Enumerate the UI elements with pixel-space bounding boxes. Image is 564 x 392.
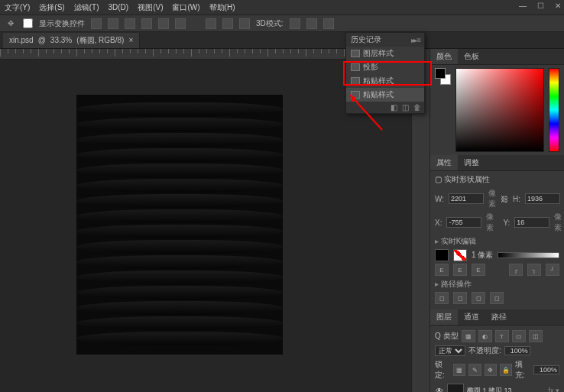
pathop-3[interactable]: ◻ [472, 292, 485, 304]
document-tab[interactable]: xin.psd @ 33.3% (椭圆, RGB/8) × [3, 33, 140, 48]
height-input[interactable] [525, 193, 560, 204]
hue-slider[interactable] [549, 68, 559, 152]
history-title: 历史记录 [351, 34, 381, 45]
x-input[interactable] [446, 217, 481, 228]
align-btn-2[interactable] [108, 18, 118, 29]
join-btn-1[interactable]: ┌ [509, 264, 523, 276]
tab-adjustments[interactable]: 调整 [458, 155, 485, 170]
options-bar: ✥ 显示变换控件 3D模式: [0, 15, 564, 32]
menu-bar: 文字(Y) 选择(S) 滤镜(T) 3D(D) 视图(V) 窗口(W) 帮助(H… [0, 0, 564, 15]
dist-btn-1[interactable] [206, 18, 216, 29]
fill-swatch[interactable] [435, 249, 449, 261]
color-field[interactable] [455, 68, 544, 152]
layers-panel: Q 类型 ▦ ◐ T ▭ ◫ 正常 不透明度: 锁定: ▦ ✎ ✥ 🔒 填充: [430, 326, 564, 392]
props-header: 实时形状属性 [444, 175, 490, 183]
tab-channels[interactable]: 通道 [458, 309, 485, 325]
panel-menu-icon[interactable]: ▸▸ ≡ [411, 36, 420, 44]
pathop-1[interactable]: ◻ [435, 292, 449, 304]
3d-btn-3[interactable] [323, 18, 334, 29]
right-dock: 颜色 色板 属性 调整 ▢ 实时形状属性 W: 像素 ⛓ H: 像素 [429, 49, 564, 392]
move-tool-icon: ✥ [5, 18, 17, 30]
properties-panel: ▢ 实时形状属性 W: 像素 ⛓ H: 像素 X: 像素 Y: 像素 实时K编辑… [430, 171, 564, 309]
pathop-4[interactable]: ◻ [490, 292, 504, 304]
transform-controls-label: 显示变换控件 [39, 18, 85, 29]
cap-btn-1[interactable]: E [435, 264, 449, 276]
history-panel: 历史记录 ▸▸ ≡ 图层样式 投影 粘贴样式 粘贴样式 ◧ ◫ 🗑 [345, 32, 425, 114]
maximize-icon[interactable]: ☐ [537, 2, 544, 10]
menu-select[interactable]: 选择(S) [39, 2, 64, 13]
join-btn-2[interactable]: ┐ [527, 264, 541, 276]
lock-all[interactable]: 🔒 [500, 364, 512, 376]
dist-btn-2[interactable] [222, 18, 233, 29]
filter-smart[interactable]: ◫ [529, 330, 543, 342]
dist-btn-3[interactable] [239, 18, 250, 29]
color-panel [430, 65, 564, 155]
align-btn-6[interactable] [175, 18, 186, 29]
layer-row[interactable]: 👁 椭圆 1 拷贝 13 fx ▾ [435, 382, 559, 392]
fg-bg-swatch[interactable] [435, 68, 451, 85]
align-btn-3[interactable] [125, 18, 135, 29]
new-doc-icon[interactable]: ◫ [402, 103, 409, 112]
menu-filter[interactable]: 滤镜(T) [74, 2, 99, 13]
history-item[interactable]: 投影 [346, 60, 424, 74]
align-btn-4[interactable] [141, 18, 152, 29]
menu-window[interactable]: 窗口(W) [172, 2, 199, 13]
fx-badge[interactable]: fx ▾ [548, 387, 559, 392]
filter-type[interactable]: T [495, 330, 509, 342]
lock-pos[interactable]: ✥ [485, 364, 497, 376]
document-tab-bar: xin.psd @ 33.3% (椭圆, RGB/8) × [0, 32, 564, 49]
tab-color[interactable]: 颜色 [430, 49, 458, 64]
document-layerinfo: (椭圆, RGB/8) [76, 35, 124, 46]
tab-swatches[interactable]: 色板 [458, 49, 485, 64]
filter-pixel[interactable]: ▦ [462, 330, 475, 342]
stroke-section[interactable]: 实时K编辑 [435, 236, 559, 247]
document-zoom: 33.3% [50, 36, 72, 44]
3d-mode-label: 3D模式: [256, 18, 284, 29]
link-icon[interactable]: ⛓ [501, 195, 508, 203]
filter-shape[interactable]: ▭ [512, 330, 526, 342]
history-item[interactable]: 图层样式 [346, 47, 424, 60]
eye-icon[interactable]: 👁 [435, 387, 444, 393]
snapshot-icon[interactable]: ◧ [391, 103, 397, 112]
auto-select-checkbox[interactable] [23, 18, 33, 28]
fill-input[interactable] [533, 365, 559, 374]
stroke-width: 1 像素 [472, 250, 493, 261]
opacity-input[interactable] [504, 346, 530, 355]
menu-view[interactable]: 视图(V) [138, 2, 163, 13]
trash-icon[interactable]: 🗑 [413, 103, 421, 112]
pathop-2[interactable]: ◻ [453, 292, 467, 304]
width-input[interactable] [449, 193, 484, 204]
blend-mode-select[interactable]: 正常 [435, 345, 465, 356]
close-icon[interactable]: ✕ [555, 2, 561, 10]
tab-layers[interactable]: 图层 [430, 309, 458, 325]
filter-adjust[interactable]: ◐ [478, 330, 492, 342]
lock-trans[interactable]: ▦ [453, 364, 465, 376]
3d-btn-1[interactable] [290, 18, 300, 29]
history-item[interactable]: 粘贴样式 [346, 88, 424, 102]
cap-btn-3[interactable]: E [472, 264, 485, 276]
menu-3d[interactable]: 3D(D) [108, 3, 128, 11]
minimize-icon[interactable]: — [519, 2, 527, 10]
tab-properties[interactable]: 属性 [430, 155, 458, 170]
artboard[interactable] [76, 95, 283, 355]
layer-thumb [447, 384, 464, 392]
history-item[interactable]: 粘贴样式 [346, 74, 424, 88]
align-btn-1[interactable] [91, 18, 102, 29]
cap-btn-2[interactable]: E [453, 264, 467, 276]
join-btn-3[interactable]: ┘ [546, 264, 559, 276]
menu-help[interactable]: 帮助(H) [209, 2, 235, 13]
stroke-swatch[interactable] [453, 249, 467, 261]
lock-pixel[interactable]: ✎ [468, 364, 481, 376]
pathops-section[interactable]: 路径操作 [435, 279, 559, 290]
3d-btn-2[interactable] [306, 18, 317, 29]
menu-type[interactable]: 文字(Y) [5, 2, 30, 13]
tab-close-icon[interactable]: × [128, 36, 133, 44]
stroke-style[interactable] [498, 252, 559, 258]
y-input[interactable] [514, 217, 549, 228]
align-btn-5[interactable] [158, 18, 169, 29]
tab-paths[interactable]: 路径 [485, 309, 513, 325]
document-filename: xin.psd [9, 36, 34, 44]
